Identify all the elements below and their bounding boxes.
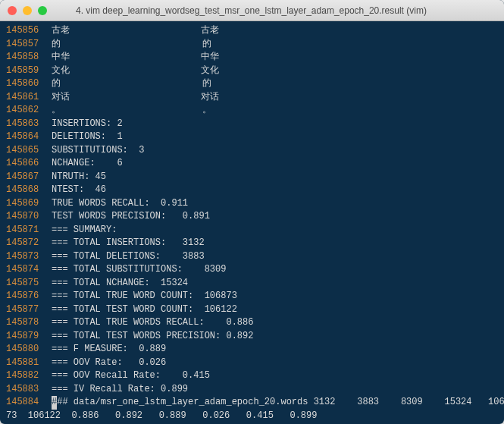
- terminal-line: 145874=== TOTAL SUBSTITUTIONS: 8309: [6, 263, 498, 277]
- cursor: #: [52, 396, 57, 410]
- line-number: 145863: [6, 118, 52, 131]
- line-number: 145880: [6, 343, 52, 356]
- terminal-line: 145858中华 中华: [6, 51, 498, 64]
- terminal-line: 145883=== IV Recall Rate: 0.899: [6, 383, 498, 397]
- terminal-line: 145871=== SUMMARY:: [6, 224, 498, 237]
- terminal-line: 145862。 。: [6, 104, 498, 118]
- line-number: 145872: [6, 237, 52, 250]
- line-number: 145869: [6, 197, 52, 211]
- line-number: 145879: [6, 330, 52, 344]
- terminal-content[interactable]: 145856古老 古老145857的 的145858中华 中华145859文化 …: [0, 21, 504, 424]
- terminal-line-wrap: 73 106122 0.886 0.892 0.889 0.026 0.415 …: [6, 410, 498, 423]
- terminal-line: 145869TRUE WORDS RECALL: 0.911: [6, 197, 498, 211]
- terminal-line: 145873=== TOTAL DELETIONS: 3883: [6, 250, 498, 264]
- line-content: ## data/msr_one_lstm_layer_adam_epoch_20…: [57, 396, 504, 410]
- line-number: 145881: [6, 356, 52, 370]
- line-content: === TOTAL INSERTIONS: 3132: [52, 237, 205, 250]
- line-content: === F MEASURE: 0.889: [52, 343, 166, 356]
- terminal-line: 145863INSERTIONS: 2: [6, 118, 498, 131]
- line-number: 145877: [6, 303, 52, 317]
- line-number: 145861: [6, 91, 52, 105]
- line-content: 文化 文化: [52, 64, 219, 78]
- line-content: TRUE WORDS RECALL: 0.911: [52, 197, 188, 211]
- line-number: 145882: [6, 369, 52, 383]
- terminal-line: 145860的 的: [6, 77, 498, 91]
- terminal-line: 145876=== TOTAL TRUE WORD COUNT: 106873: [6, 290, 498, 303]
- line-number: 145858: [6, 51, 52, 64]
- line-content: DELETIONS: 1: [52, 130, 123, 144]
- line-number: 145873: [6, 250, 52, 264]
- terminal-line: 145870TEST WORDS PRECISION: 0.891: [6, 210, 498, 224]
- line-content: === TOTAL TEST WORDS PRECISION: 0.892: [52, 330, 253, 344]
- line-number: 145870: [6, 210, 52, 224]
- terminal-line: 145861对话 对话: [6, 91, 498, 105]
- line-content: NTEST: 46: [52, 184, 106, 197]
- line-number: 145878: [6, 316, 52, 330]
- line-content: 中华 中华: [52, 51, 219, 64]
- line-content: === TOTAL TEST WORD COUNT: 106122: [52, 303, 237, 317]
- line-number: 145857: [6, 38, 52, 52]
- line-number: 145871: [6, 224, 52, 237]
- terminal-line: 145878=== TOTAL TRUE WORDS RECALL: 0.886: [6, 316, 498, 330]
- line-content: NTRUTH: 45: [52, 171, 106, 184]
- line-content: 的 的: [52, 38, 211, 52]
- terminal-window: 4. vim deep_learning_wordseg_test_msr_on…: [0, 0, 504, 424]
- terminal-line: 145856古老 古老: [6, 24, 498, 38]
- line-number: 145862: [6, 104, 52, 118]
- terminal-line: 145882=== OOV Recall Rate: 0.415: [6, 369, 498, 383]
- line-number: 145860: [6, 77, 52, 91]
- terminal-line: 145872=== TOTAL INSERTIONS: 3132: [6, 237, 498, 250]
- terminal-line: 145865SUBSTITUTIONS: 3: [6, 144, 498, 158]
- terminal-line: 145875=== TOTAL NCHANGE: 15324: [6, 277, 498, 291]
- line-content: === IV Recall Rate: 0.899: [52, 383, 188, 397]
- terminal-line: 145867NTRUTH: 45: [6, 171, 498, 184]
- line-number: 145867: [6, 171, 52, 184]
- terminal-line: 145857的 的: [6, 38, 498, 52]
- line-number: 145876: [6, 290, 52, 303]
- line-content: 的 的: [52, 77, 211, 91]
- line-number: 145875: [6, 277, 52, 291]
- line-number: 145868: [6, 184, 52, 197]
- line-number: 145874: [6, 263, 52, 277]
- line-number: 145856: [6, 24, 52, 38]
- line-content: === TOTAL SUBSTITUTIONS: 8309: [52, 263, 226, 277]
- terminal-line: 145877=== TOTAL TEST WORD COUNT: 106122: [6, 303, 498, 317]
- line-content: 古老 古老: [52, 24, 219, 38]
- line-content: === TOTAL DELETIONS: 3883: [52, 250, 205, 264]
- line-content: 对话 对话: [52, 91, 219, 105]
- line-content: === SUMMARY:: [52, 224, 117, 237]
- terminal-line: 145859文化 文化: [6, 64, 498, 78]
- line-content: 73 106122 0.886 0.892 0.889 0.026 0.415 …: [6, 410, 317, 423]
- line-number: 145865: [6, 144, 52, 158]
- line-content: 。 。: [52, 104, 211, 118]
- titlebar[interactable]: 4. vim deep_learning_wordseg_test_msr_on…: [0, 0, 504, 21]
- line-content: === TOTAL NCHANGE: 15324: [52, 277, 188, 291]
- line-content: === TOTAL TRUE WORD COUNT: 106873: [52, 290, 237, 303]
- line-content: === OOV Rate: 0.026: [52, 356, 166, 370]
- terminal-line: 145868NTEST: 46: [6, 184, 498, 197]
- line-content: NCHANGE: 6: [52, 157, 123, 171]
- line-content: TEST WORDS PRECISION: 0.891: [52, 210, 210, 224]
- line-number: 145883: [6, 383, 52, 397]
- line-content: === TOTAL TRUE WORDS RECALL: 0.886: [52, 316, 253, 330]
- terminal-line: 145881=== OOV Rate: 0.026: [6, 356, 498, 370]
- line-content: SUBSTITUTIONS: 3: [52, 144, 144, 158]
- line-number: 145884: [6, 396, 52, 410]
- line-number: 145859: [6, 64, 52, 78]
- terminal-line: 145880=== F MEASURE: 0.889: [6, 343, 498, 356]
- line-content: === OOV Recall Rate: 0.415: [52, 369, 210, 383]
- terminal-line: 145879=== TOTAL TEST WORDS PRECISION: 0.…: [6, 330, 498, 344]
- line-number: 145864: [6, 130, 52, 144]
- line-content: INSERTIONS: 2: [52, 118, 123, 131]
- terminal-line: 145866NCHANGE: 6: [6, 157, 498, 171]
- window-title: 4. vim deep_learning_wordseg_test_msr_on…: [6, 5, 496, 16]
- terminal-line: 145864DELETIONS: 1: [6, 130, 498, 144]
- terminal-line: 145884### data/msr_one_lstm_layer_adam_e…: [6, 396, 498, 410]
- line-number: 145866: [6, 157, 52, 171]
